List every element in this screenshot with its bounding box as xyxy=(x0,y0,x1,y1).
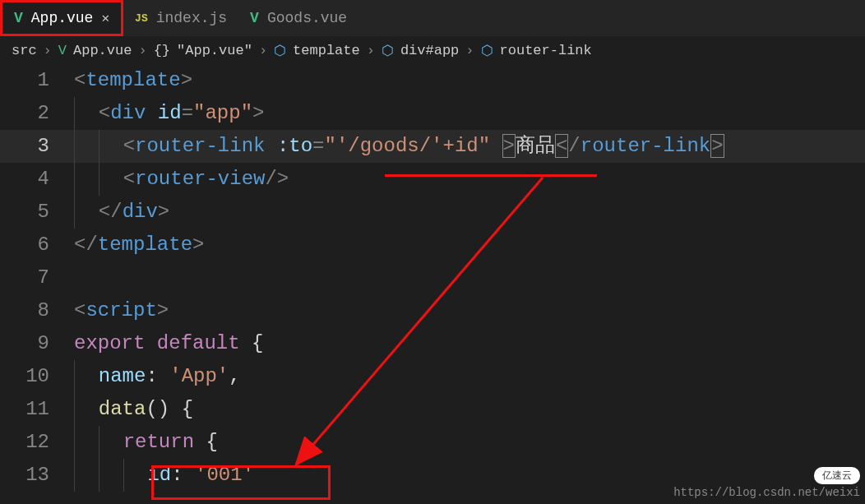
code-line: 7 xyxy=(0,261,865,294)
tab-app-vue[interactable]: V App.vue ✕ xyxy=(0,0,123,36)
code-line: 12 return { xyxy=(0,426,865,459)
chevron-icon: › xyxy=(138,43,146,58)
breadcrumb-item[interactable]: template xyxy=(293,43,360,58)
code-line: 6 </template> xyxy=(0,229,865,261)
annotation-box xyxy=(151,465,331,500)
tab-index-js[interactable]: JS index.js xyxy=(123,0,238,36)
editor-tabs: V App.vue ✕ JS index.js V Goods.vue xyxy=(0,0,865,37)
js-icon: JS xyxy=(135,12,148,25)
breadcrumb: src › V App.vue › {} "App.vue" › ⬡ templ… xyxy=(0,37,865,64)
code-line: 4 <router-view/> xyxy=(0,163,865,196)
line-number: 12 xyxy=(0,426,74,459)
chevron-icon: › xyxy=(44,43,52,58)
brace-icon: {} xyxy=(154,43,170,58)
tab-label: index.js xyxy=(156,10,227,26)
line-number: 11 xyxy=(0,393,74,426)
line-number: 2 xyxy=(0,97,74,130)
logo-badge: 亿速云 xyxy=(814,467,860,484)
code-line: 5 </div> xyxy=(0,196,865,229)
cube-icon: ⬡ xyxy=(481,42,493,59)
line-number: 6 xyxy=(0,229,74,261)
breadcrumb-item[interactable]: div#app xyxy=(400,43,459,58)
code-line: 9 export default { xyxy=(0,327,865,360)
cube-icon: ⬡ xyxy=(274,42,286,59)
code-line: 2 <div id="app"> xyxy=(0,97,865,130)
line-number: 5 xyxy=(0,196,74,229)
code-line: 1 <template> xyxy=(0,64,865,97)
tab-goods-vue[interactable]: V Goods.vue xyxy=(238,0,358,36)
line-number: 7 xyxy=(0,261,74,294)
line-number: 9 xyxy=(0,327,74,360)
vue-icon: V xyxy=(14,10,23,26)
vue-icon: V xyxy=(250,10,259,26)
line-number: 3 xyxy=(0,130,74,163)
line-number: 13 xyxy=(0,459,74,492)
chevron-icon: › xyxy=(465,43,474,58)
breadcrumb-item[interactable]: "App.vue" xyxy=(177,43,252,58)
close-icon[interactable]: ✕ xyxy=(101,10,109,26)
cube-icon: ⬡ xyxy=(382,42,394,59)
tab-label: Goods.vue xyxy=(267,10,347,26)
code-line: 8 <script> xyxy=(0,294,865,327)
breadcrumb-item[interactable]: router-link xyxy=(500,43,592,58)
code-line: 11 data() { xyxy=(0,393,865,426)
breadcrumb-item[interactable]: src xyxy=(12,43,37,58)
code-line: 3 <router-link :to="'/goods/'+id" >商品</r… xyxy=(0,130,865,163)
code-editor[interactable]: 1 <template> 2 <div id="app"> 3 <router-… xyxy=(0,64,865,492)
annotation-underline xyxy=(385,174,597,177)
tab-label: App.vue xyxy=(31,10,94,26)
vue-icon: V xyxy=(58,43,67,58)
line-number: 1 xyxy=(0,64,74,97)
code-line: 10 name: 'App', xyxy=(0,360,865,393)
line-number: 10 xyxy=(0,360,74,393)
chevron-icon: › xyxy=(367,43,375,58)
watermark-text: https://blog.csdn.net/weixi xyxy=(673,486,860,499)
line-number: 4 xyxy=(0,163,74,196)
line-number: 8 xyxy=(0,294,74,327)
breadcrumb-item[interactable]: App.vue xyxy=(73,43,132,58)
chevron-icon: › xyxy=(259,43,267,58)
